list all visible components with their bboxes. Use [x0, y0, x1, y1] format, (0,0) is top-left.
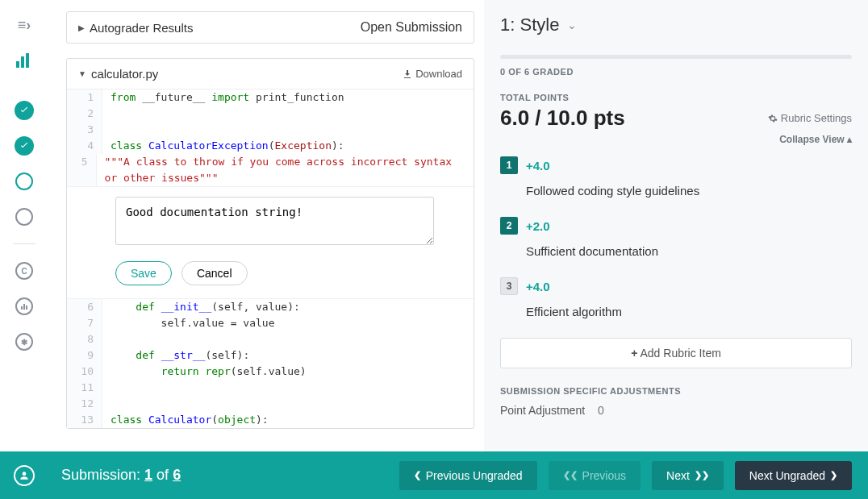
- gear-icon: [768, 114, 778, 123]
- code-line[interactable]: def __str__(self):: [102, 347, 249, 364]
- line-num: 12: [67, 396, 102, 412]
- question-3-icon[interactable]: [12, 169, 36, 193]
- rubric-num: 3: [500, 277, 518, 295]
- submission-label: Submission:: [61, 467, 140, 483]
- chevron-down-icon: ⌄: [567, 19, 577, 31]
- item-analysis-icon[interactable]: [12, 294, 36, 318]
- previous-ungraded-label: Previous Ungraded: [426, 469, 523, 482]
- rubric-points: +4.0: [526, 159, 550, 173]
- question-2-icon[interactable]: [12, 134, 36, 158]
- comment-editor: Save Cancel: [67, 186, 474, 299]
- question-4-icon[interactable]: [12, 205, 36, 229]
- submission-of: of: [156, 467, 169, 483]
- svg-rect-5: [26, 306, 27, 310]
- code-line[interactable]: [102, 331, 111, 347]
- question-1-icon[interactable]: [12, 98, 36, 123]
- rubric-panel: 1: Style ⌄ 0 OF 6 GRADED TOTAL POINTS 6.…: [484, 0, 868, 451]
- submission-counter: Submission: 1 of 6: [61, 467, 181, 484]
- next-label: Next: [666, 469, 690, 482]
- rubric-item-3[interactable]: 3+4.0 Efficient algorithm: [500, 277, 852, 318]
- code-viewer: 1from __future__ import print_function 2…: [67, 89, 474, 428]
- line-num: 1: [67, 89, 102, 106]
- line-num: 8: [67, 331, 102, 347]
- svg-rect-4: [23, 304, 25, 310]
- line-num: 10: [67, 364, 102, 380]
- svg-rect-2: [26, 53, 29, 68]
- previous-ungraded-button[interactable]: ❮Previous Ungraded: [399, 461, 537, 490]
- line-num: 5: [67, 154, 97, 186]
- download-label: Download: [415, 68, 462, 80]
- code-line[interactable]: """A class to throw if you come across i…: [97, 154, 474, 186]
- line-num: 4: [67, 138, 102, 154]
- line-num: 6: [67, 299, 102, 315]
- next-ungraded-label: Next Ungraded: [749, 469, 825, 482]
- line-num: 3: [67, 122, 102, 138]
- rubric-desc: Efficient algorithm: [526, 305, 622, 318]
- code-line[interactable]: self.value = value: [102, 315, 275, 331]
- code-line[interactable]: def __init__(self, value):: [102, 299, 300, 315]
- rubric-settings-link[interactable]: Rubric Settings: [768, 112, 852, 124]
- point-adjustment-label: Point Adjustment: [500, 404, 585, 417]
- settings-icon[interactable]: ✱: [12, 330, 36, 354]
- question-selector[interactable]: 1: Style ⌄: [500, 15, 852, 35]
- previous-button[interactable]: ❮❮Previous: [549, 461, 641, 490]
- graded-count: 0 OF 6 GRADED: [500, 67, 852, 77]
- line-num: 7: [67, 315, 102, 331]
- line-num: 13: [67, 412, 102, 428]
- code-line[interactable]: class Calculator(object):: [102, 412, 269, 428]
- ssa-heading: SUBMISSION SPECIFIC ADJUSTMENTS: [500, 386, 852, 396]
- double-chevron-left-icon: ❮❮: [563, 470, 578, 480]
- rubric-points: +2.0: [526, 219, 550, 233]
- download-link[interactable]: Download: [403, 68, 462, 80]
- grading-progress-bar: [500, 55, 852, 59]
- svg-rect-0: [16, 61, 19, 68]
- sidebar-divider: [13, 243, 35, 244]
- point-adjustment-input[interactable]: [598, 404, 638, 417]
- line-num: 9: [67, 347, 102, 364]
- line-num: 11: [67, 380, 102, 396]
- autograder-card: ▶ Autograder Results Open Submission: [66, 11, 474, 44]
- line-num: 2: [67, 106, 102, 122]
- code-line[interactable]: class CalculatorException(Exception):: [102, 138, 344, 154]
- next-button[interactable]: Next❯❯: [652, 461, 724, 490]
- svg-rect-1: [21, 56, 24, 68]
- footer-bar: Submission: 1 of 6 ❮Previous Ungraded ❮❮…: [0, 451, 868, 499]
- rubric-desc: Followed coding style guidelines: [526, 184, 699, 198]
- autograder-toggle[interactable]: ▶ Autograder Results: [78, 21, 193, 35]
- open-submission-link[interactable]: Open Submission: [361, 20, 462, 35]
- add-rubric-item-button[interactable]: + Add Rubric Item: [500, 338, 852, 368]
- code-line[interactable]: [102, 106, 111, 122]
- sidebar: ≡› C ✱: [0, 0, 48, 451]
- autograder-title: Autograder Results: [90, 21, 193, 35]
- submission-current: 1: [144, 467, 152, 483]
- code-line[interactable]: [102, 122, 111, 138]
- file-card: ▼ calculator.py Download 1from __future_…: [66, 58, 474, 429]
- next-ungraded-button[interactable]: Next Ungraded❯: [735, 461, 852, 490]
- question-title: Style: [520, 15, 559, 35]
- svg-rect-3: [21, 306, 23, 310]
- code-line[interactable]: return repr(self.value): [102, 364, 307, 380]
- rubric-points: +4.0: [526, 280, 550, 293]
- rubric-item-2[interactable]: 2+2.0 Sufficient documentation: [500, 217, 852, 258]
- rubric-desc: Sufficient documentation: [526, 244, 658, 258]
- save-button[interactable]: Save: [115, 261, 172, 285]
- plus-icon: +: [631, 347, 637, 360]
- download-icon: [403, 69, 412, 79]
- regrade-icon[interactable]: C: [12, 259, 36, 283]
- stats-icon[interactable]: [12, 48, 36, 73]
- caret-down-icon: ▼: [78, 69, 86, 78]
- file-toggle[interactable]: ▼ calculator.py: [78, 67, 158, 81]
- code-line[interactable]: [102, 380, 111, 396]
- code-line[interactable]: from __future__ import print_function: [102, 89, 344, 106]
- collapse-view-link[interactable]: Collapse View ▴: [500, 134, 852, 145]
- comment-textarea[interactable]: [115, 197, 434, 245]
- user-icon[interactable]: [14, 465, 35, 486]
- file-name: calculator.py: [91, 67, 158, 81]
- rubric-num: 1: [500, 156, 518, 174]
- collapse-toggle-icon[interactable]: ≡›: [12, 13, 36, 37]
- cancel-button[interactable]: Cancel: [182, 261, 248, 285]
- code-line[interactable]: [102, 396, 111, 412]
- double-chevron-right-icon: ❯❯: [695, 470, 709, 480]
- rubric-item-1[interactable]: 1+4.0 Followed coding style guidelines: [500, 156, 852, 198]
- chevron-right-icon: ❯: [830, 470, 837, 480]
